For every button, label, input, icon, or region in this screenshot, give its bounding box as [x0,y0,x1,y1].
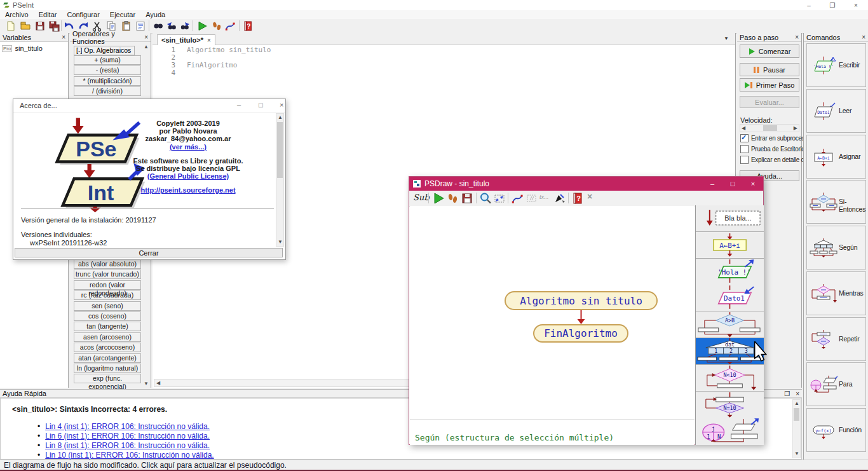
checkbox[interactable] [740,134,749,142]
zoom-icon[interactable] [479,192,492,205]
fit-view-icon[interactable] [493,192,506,205]
function-button[interactable]: sen (seno) [74,301,141,311]
section-op-algebraicos[interactable]: [-] Op. Algebraicos [74,46,135,55]
save-all-icon[interactable] [48,20,60,32]
error-link[interactable]: Lin 8 (inst 1): ERROR 106: Instrucción n… [45,441,210,450]
comenzar-button[interactable]: Comenzar [740,44,799,58]
open-file-icon[interactable] [20,20,31,32]
function-button[interactable]: cos (coseno) [74,311,141,321]
function-button[interactable]: abs (valor absoluto) [74,259,141,269]
close-button[interactable]: × [280,101,283,109]
variable-row[interactable]: Pro sin_titulo [2,44,43,52]
minimize-button[interactable]: – [702,177,722,191]
tab-close-icon[interactable]: × [207,37,211,44]
subprocess-tool[interactable]: Sub [413,193,430,202]
run-step-icon[interactable] [211,20,222,32]
operator-button[interactable]: + (suma) [74,55,141,65]
palette-repeat[interactable]: N=10 [696,392,764,418]
pen-tool-icon[interactable] [553,192,566,205]
maximize-button[interactable]: □ [722,177,743,191]
flow-start-node[interactable]: Algoritmo sin titulo [505,291,658,310]
scroll-down-icon[interactable]: ▼ [278,240,283,245]
palette-comment[interactable]: Bla bla... [696,205,764,232]
scroll-left-icon[interactable]: ◀ [156,381,160,386]
operator-button[interactable]: - (resta) [74,65,141,75]
function-button[interactable]: redon (valor redondeado) [74,280,141,290]
command-escribir[interactable]: 'Hola !' Escribir [806,43,866,87]
scrollbar-thumb[interactable] [277,122,283,178]
run-icon[interactable] [432,192,445,205]
editor-tab[interactable]: <sin_titulo>* × [157,34,215,45]
close-icon[interactable]: × [62,34,65,41]
primer-paso-button[interactable]: Primer Paso [740,78,799,92]
edit-flowchart-icon[interactable] [224,20,236,32]
scroll-down-icon[interactable]: ▼ [794,451,799,456]
menu-item[interactable]: Ayuda [140,11,170,18]
menu-item[interactable]: Configurar [62,11,104,18]
function-button[interactable]: ln (logaritmo natural) [74,364,141,373]
close-button[interactable]: × [844,0,867,10]
scroll-up-icon[interactable]: ▲ [794,401,799,406]
maximize-panel-icon[interactable]: ❐ [784,390,790,397]
flowchart-canvas[interactable]: Algoritmo sin titulo FinAlgoritmo [410,206,695,420]
function-button[interactable]: asen (arcoseno) [74,332,141,342]
close-icon[interactable]: × [862,34,865,41]
checkbox-row[interactable]: Entrar en subprocesos [740,134,811,142]
command-mientras[interactable]: Mientras [806,271,866,315]
evaluar-button[interactable]: Evaluar... [740,96,799,108]
text-tool-disabled[interactable]: tx... [539,194,549,200]
close-icon[interactable]: × [796,390,799,397]
function-button[interactable]: tan (tangente) [74,322,141,331]
run-step-icon[interactable] [446,192,459,205]
find-prev-icon[interactable] [166,20,177,32]
command-segun[interactable]: Según [806,226,866,270]
comment-tool-icon-disabled[interactable] [526,192,538,205]
menu-item[interactable]: Archivo [0,11,34,18]
scroll-down-icon[interactable]: ▼ [144,381,149,386]
command-repetir[interactable]: Repetir [806,317,866,361]
save-icon[interactable] [461,192,473,205]
about-vertical-scrollbar[interactable]: ▲ ▼ [276,113,284,247]
run-icon[interactable] [196,20,208,32]
close-icon[interactable]: × [795,34,799,41]
close-button[interactable]: × [743,177,763,191]
checkbox[interactable] [740,145,749,153]
palette-assign[interactable]: A←B+i [696,232,764,259]
close-tool-icon-disabled[interactable]: × [587,191,592,201]
ver-mas-link[interactable]: (ver más...) [170,143,207,151]
checkbox-row[interactable]: Prueba de Escritorio [740,145,805,153]
help-icon[interactable]: ? [242,20,254,32]
edit-links-icon[interactable] [511,192,524,205]
function-button[interactable]: atan (arcotangente) [74,353,141,363]
operator-button[interactable]: / (división) [74,86,141,96]
minimize-button[interactable]: – [237,101,241,109]
scrollbar-thumb[interactable] [794,408,799,421]
minimize-button[interactable]: – [797,0,820,10]
status-message[interactable]: El diagrama de flujo ha sido modificado.… [4,461,287,470]
operator-button[interactable]: * (multiplicación) [74,76,141,86]
restore-button[interactable]: ❐ [821,0,844,10]
palette-for[interactable]: j 1 N [696,418,764,444]
palette-while[interactable]: N<10 [696,365,764,392]
menu-item[interactable]: Editar [34,11,62,18]
slider-left-icon[interactable]: ◀ [742,126,745,131]
scroll-up-icon[interactable]: ▲ [144,44,149,50]
velocidad-slider[interactable]: ◀ ▶ [740,124,799,132]
palette-if[interactable]: A>B [696,311,764,338]
error-link[interactable]: Lin 6 (inst 1): ERROR 106: Instrucción n… [45,432,210,440]
command-leer[interactable]: Dato1 Leer [806,89,866,133]
command-asignar[interactable]: A←B+i Asignar [806,135,866,179]
checkbox[interactable] [740,156,749,164]
save-icon[interactable] [34,20,46,32]
command-funcion[interactable]: y←f(x) Función [806,408,866,452]
function-button[interactable]: trunc (valor truncado) [74,270,141,279]
gpl-link[interactable]: (General Public License) [147,172,229,180]
function-button[interactable]: acos (arcocoseno) [74,343,141,352]
status-bar[interactable]: El diagrama de flujo ha sido modificado.… [0,460,868,470]
cerrar-button[interactable]: Cerrar [15,248,283,257]
menu-item[interactable]: Ejecutar [105,11,140,18]
error-link[interactable]: Lin 10 (inst 1): ERROR 106: Instrucción … [45,451,214,460]
help-icon[interactable]: ? [571,192,584,205]
slider-right-icon[interactable]: ▶ [794,126,797,131]
command-si-entonces[interactable]: Si-Entonces [806,180,866,224]
